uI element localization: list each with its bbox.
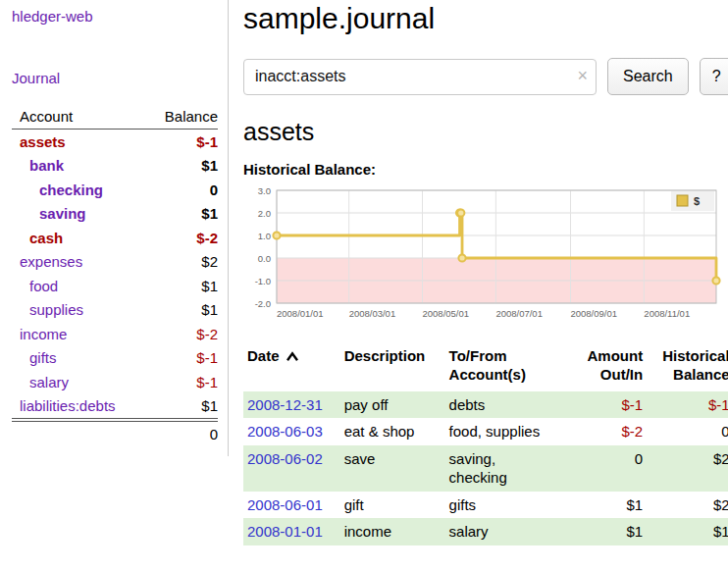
svg-text:-1.0: -1.0 <box>255 276 271 286</box>
account-balance: $1 <box>141 298 218 323</box>
transaction-date-link[interactable]: 2008-06-03 <box>247 423 323 440</box>
transaction-date-link[interactable]: 2008-06-01 <box>247 496 323 513</box>
header-label: Account(s) <box>449 366 526 383</box>
account-heading: assets <box>243 118 728 146</box>
transaction-balance: $2 <box>647 492 728 519</box>
account-balance: 0 <box>141 178 218 202</box>
account-balance: $-1 <box>141 130 218 154</box>
transaction-amount: $-2 <box>574 418 647 445</box>
app-title-link[interactable]: hledger-web <box>12 8 93 25</box>
svg-text:3.0: 3.0 <box>258 185 271 196</box>
account-row: gifts$-1 <box>12 346 218 371</box>
svg-text:2008/07/01: 2008/07/01 <box>495 308 543 319</box>
account-link[interactable]: salary <box>12 373 69 392</box>
search-form: × Search ? <box>243 58 728 95</box>
account-row: liabilities:debts$1 <box>12 394 218 421</box>
transaction-row: 2008-01-01incomesalary$1$1 <box>243 518 728 545</box>
account-cell: gifts <box>12 346 141 371</box>
account-balance: $1 <box>141 394 218 421</box>
account-cell: checking <box>12 178 141 202</box>
header-label: Amount <box>588 347 644 364</box>
main-content: sample.journal × Search ? assets Histori… <box>229 0 728 545</box>
accounts-table: Account Balance assets$-1bank$1checking0… <box>12 106 218 446</box>
accounts-total-row: 0 <box>12 420 218 446</box>
account-link[interactable]: checking <box>12 181 103 200</box>
account-link[interactable]: assets <box>12 132 66 152</box>
transaction-date-link[interactable]: 2008-12-31 <box>247 396 323 413</box>
account-balance: $-2 <box>141 226 218 250</box>
svg-text:-2.0: -2.0 <box>255 298 271 309</box>
account-link[interactable]: supplies <box>12 300 83 320</box>
account-row: food$1 <box>12 274 218 298</box>
account-cell: supplies <box>12 298 141 323</box>
svg-text:2008/05/01: 2008/05/01 <box>423 308 470 319</box>
account-cell: salary <box>12 370 141 394</box>
transaction-accounts: salary <box>445 518 575 545</box>
account-link[interactable]: gifts <box>12 348 57 368</box>
account-link[interactable]: expenses <box>12 252 82 272</box>
account-cell: bank <box>12 154 141 179</box>
account-cell: saving <box>12 202 141 227</box>
account-link[interactable]: cash <box>12 229 63 248</box>
transaction-amount: $1 <box>574 518 647 545</box>
transaction-accounts: saving, checking <box>445 445 575 492</box>
transaction-row: 2008-06-01giftgifts$1$2 <box>243 492 728 519</box>
svg-text:2.0: 2.0 <box>258 208 271 219</box>
sort-asc-icon[interactable] <box>286 348 299 367</box>
clear-search-icon[interactable]: × <box>577 66 588 87</box>
account-link[interactable]: food <box>12 277 58 296</box>
transaction-description: gift <box>340 492 445 519</box>
account-balance: $2 <box>141 250 218 275</box>
transaction-description: pay off <box>340 391 445 419</box>
transaction-row: 2008-06-02savesaving, checking0$2 <box>243 445 728 492</box>
transaction-balance: $-1 <box>647 391 728 419</box>
register-header-balance: HistoricalBalance <box>647 345 728 391</box>
svg-text:2008/11/01: 2008/11/01 <box>644 308 690 319</box>
transaction-date-cell: 2008-06-01 <box>243 492 340 519</box>
transaction-description: eat & shop <box>340 418 445 445</box>
svg-text:1.0: 1.0 <box>258 231 271 241</box>
svg-text:2008/03/01: 2008/03/01 <box>349 308 396 319</box>
transaction-amount: $1 <box>574 492 647 519</box>
account-cell: cash <box>12 226 141 250</box>
transaction-amount: $-1 <box>574 391 647 419</box>
account-link[interactable]: liabilities:debts <box>12 396 116 416</box>
account-balance: $-1 <box>141 370 218 394</box>
account-balance: $1 <box>141 202 218 227</box>
transaction-date-link[interactable]: 2008-01-01 <box>247 523 323 540</box>
journal-link[interactable]: Journal <box>12 70 218 86</box>
account-cell: liabilities:debts <box>12 394 141 421</box>
register-header-amount: AmountOut/In <box>574 345 647 391</box>
transaction-row: 2008-06-03eat & shopfood, supplies$-20 <box>243 418 728 445</box>
account-link[interactable]: bank <box>12 156 64 176</box>
header-label: To/From <box>449 347 507 364</box>
transaction-balance: 0 <box>647 418 728 445</box>
search-input[interactable] <box>243 59 597 95</box>
header-label: Balance <box>673 366 728 383</box>
account-cell: assets <box>12 130 141 154</box>
search-field-wrap: × <box>243 59 597 95</box>
search-button[interactable]: Search <box>607 58 689 95</box>
svg-text:2008/09/01: 2008/09/01 <box>570 308 617 319</box>
help-button[interactable]: ? <box>700 58 728 95</box>
header-label: Historical <box>662 347 728 364</box>
accounts-total: 0 <box>12 420 218 446</box>
transaction-description: save <box>340 445 445 492</box>
account-row: expenses$2 <box>12 250 218 275</box>
header-label: Date <box>247 347 280 364</box>
transaction-date-cell: 2008-01-01 <box>243 518 340 545</box>
account-balance: $1 <box>141 154 218 179</box>
account-link[interactable]: income <box>12 325 67 344</box>
transaction-date-cell: 2008-12-31 <box>243 391 340 419</box>
chart-title: Historical Balance: <box>243 161 728 178</box>
account-link[interactable]: saving <box>12 204 86 224</box>
account-row: checking0 <box>12 178 218 202</box>
transaction-balance: $1 <box>647 518 728 545</box>
header-label: Description <box>344 347 426 364</box>
sidebar: hledger-web Journal Account Balance asse… <box>0 0 229 456</box>
accounts-header-row: Account Balance <box>12 106 218 130</box>
page-title: sample.journal <box>243 2 728 35</box>
account-row: cash$-2 <box>12 226 218 250</box>
transaction-date-link[interactable]: 2008-06-02 <box>247 450 323 467</box>
register-header-date[interactable]: Date <box>243 345 340 391</box>
